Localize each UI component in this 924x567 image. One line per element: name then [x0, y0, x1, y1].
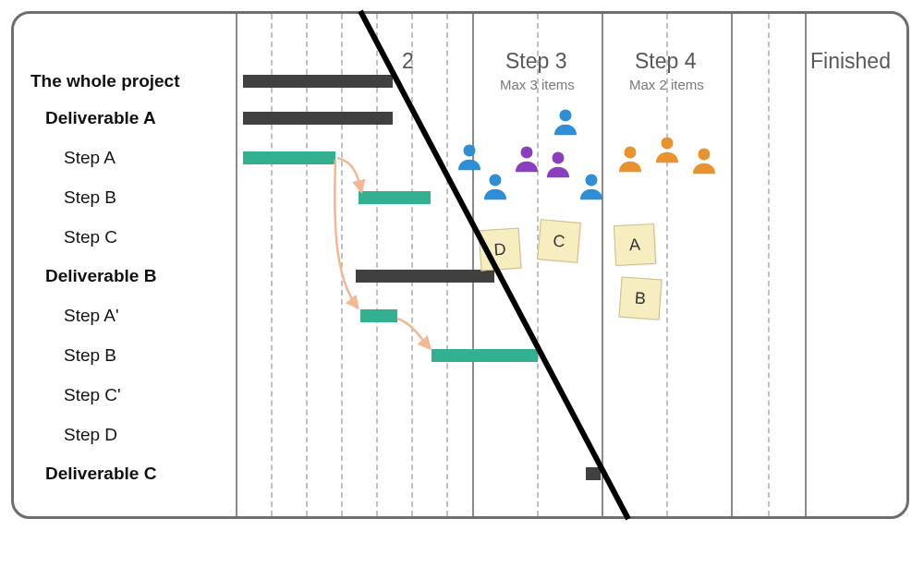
gridline-solid	[236, 14, 237, 516]
person-icon	[651, 134, 683, 165]
gridline-dash	[411, 14, 413, 516]
gridline-dash	[768, 14, 770, 516]
rowlabel: Step A	[64, 148, 116, 168]
kanban-card[interactable]: B	[619, 277, 663, 320]
rowlabel: Deliverable C	[45, 464, 156, 484]
gridline-solid	[805, 14, 807, 516]
gantt-bar	[243, 151, 335, 164]
person-icon	[454, 141, 485, 173]
person-icon	[576, 171, 607, 202]
person-icon	[688, 145, 720, 176]
gantt-bar	[356, 270, 494, 283]
rowlabel: Step B	[64, 187, 116, 208]
kanban-card[interactable]: C	[537, 219, 581, 263]
col-sub-step4: Max 2 items	[629, 77, 704, 92]
gridline-solid	[602, 14, 603, 516]
gantt-bar	[586, 467, 601, 480]
col-header-step2: 2	[402, 49, 414, 74]
gantt-bar	[360, 309, 397, 322]
svg-point-4	[520, 146, 532, 158]
gantt-bar	[243, 112, 393, 125]
svg-point-1	[559, 109, 571, 121]
svg-point-0	[463, 144, 475, 156]
person-icon	[614, 143, 646, 175]
kanban-card[interactable]: A	[614, 223, 656, 266]
rowlabel: Step D	[64, 425, 117, 445]
col-header-step3: Step 3	[505, 49, 567, 74]
gridline-dash	[271, 14, 273, 516]
rowlabel: Step C'	[64, 385, 121, 405]
gantt-bar	[243, 75, 393, 88]
person-icon	[511, 143, 542, 175]
person-icon	[480, 171, 511, 202]
rowlabel: Step A'	[64, 306, 119, 326]
col-header-step4: Step 4	[635, 49, 697, 74]
gridline-dash	[376, 14, 378, 516]
svg-point-3	[585, 174, 597, 186]
rowlabel: Deliverable B	[45, 266, 156, 286]
col-header-finished: Finished	[810, 49, 891, 74]
col-sub-step3: Max 3 items	[500, 77, 575, 92]
svg-point-2	[489, 174, 501, 186]
rowlabel: Step C	[64, 227, 117, 247]
gridline-solid	[472, 14, 474, 516]
kanban-card[interactable]: D	[479, 228, 522, 271]
svg-point-5	[552, 151, 564, 163]
gridline-solid	[731, 14, 733, 516]
gantt-bar	[432, 349, 538, 362]
gantt-bar	[359, 191, 431, 204]
gridline-dash	[306, 14, 308, 516]
svg-point-6	[624, 146, 636, 158]
diagram-frame: 2 Step 3 Max 3 items Step 4 Max 2 items …	[11, 11, 909, 519]
gridline-dash	[446, 14, 448, 516]
stage: 2 Step 3 Max 3 items Step 4 Max 2 items …	[0, 0, 924, 567]
svg-point-7	[661, 137, 673, 149]
rowlabel: Deliverable A	[45, 108, 156, 128]
person-icon	[542, 149, 574, 180]
gridline-dash	[341, 14, 343, 516]
person-icon	[550, 106, 581, 138]
rowlabel: The whole project	[30, 71, 180, 91]
rowlabel: Step B	[64, 345, 116, 366]
svg-point-8	[698, 148, 710, 160]
